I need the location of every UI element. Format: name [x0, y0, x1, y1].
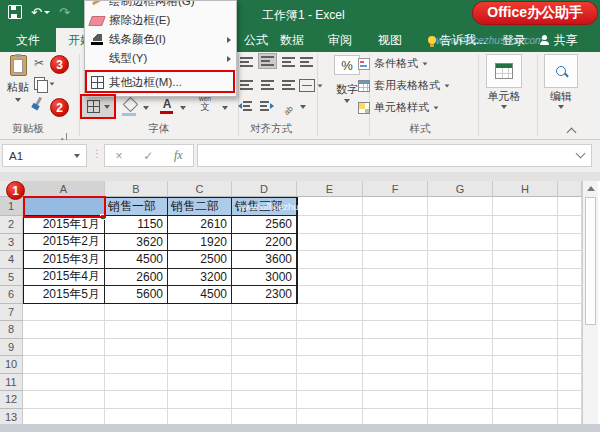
align-left-icon[interactable] [240, 80, 253, 90]
cell-B5[interactable]: 2600 [105, 269, 168, 287]
cell[interactable] [493, 269, 558, 287]
row-header-11[interactable]: 11 [0, 374, 23, 392]
cell-D4[interactable]: 3600 [232, 251, 297, 269]
cell[interactable] [558, 339, 582, 357]
cell-B4[interactable]: 4500 [105, 251, 168, 269]
cell[interactable] [493, 216, 558, 234]
cell[interactable] [297, 391, 363, 409]
cell[interactable] [558, 251, 582, 269]
fill-color-dropdown-icon[interactable] [143, 106, 149, 110]
col-header-E[interactable]: E [297, 181, 363, 197]
cell-A6[interactable]: 2015年5月 [23, 286, 105, 304]
scroll-up-icon[interactable] [587, 186, 595, 191]
cell[interactable] [493, 251, 558, 269]
cell-A1-active[interactable] [23, 197, 105, 216]
tab-data[interactable]: 数据 [272, 28, 312, 52]
row-header-5[interactable]: 5 [0, 269, 23, 287]
fill-handle[interactable] [100, 214, 106, 220]
cell[interactable] [297, 286, 363, 304]
cell[interactable] [428, 251, 493, 269]
paste-dropdown-icon[interactable] [15, 98, 21, 102]
borders-dropdown-icon[interactable] [104, 105, 110, 109]
cell-C3[interactable]: 1920 [168, 234, 232, 252]
menu-item-draw-border-grid[interactable]: 绘制边框网格(G) [85, 0, 236, 11]
editing-button[interactable] [544, 54, 578, 88]
cell[interactable] [297, 216, 363, 234]
scrollbar-thumb[interactable] [585, 197, 596, 325]
row-header-7[interactable]: 7 [0, 304, 23, 322]
cell[interactable] [558, 391, 582, 409]
increase-indent-button[interactable] [260, 101, 274, 111]
cell[interactable] [168, 391, 232, 409]
cell-C4[interactable]: 2500 [168, 251, 232, 269]
align-center-icon[interactable] [261, 80, 274, 90]
cell-B3[interactable]: 3620 [105, 234, 168, 252]
cell[interactable] [493, 391, 558, 409]
formula-bar-grip[interactable]: ⋮ [92, 148, 102, 159]
align-middle-icon[interactable] [258, 53, 277, 69]
cell[interactable] [23, 304, 105, 322]
orientation-dropdown-icon[interactable] [300, 105, 306, 109]
cell[interactable] [428, 374, 493, 392]
cell[interactable] [363, 234, 428, 252]
tab-file[interactable]: 文件 [4, 28, 52, 52]
cell[interactable] [428, 216, 493, 234]
cell[interactable] [23, 321, 105, 339]
tell-me-box[interactable]: 告诉我... [420, 28, 494, 52]
name-box[interactable]: A1 [2, 144, 87, 167]
cell[interactable] [297, 234, 363, 252]
copy-dropdown-icon[interactable] [50, 82, 55, 85]
undo-button[interactable]: ↶ [31, 6, 50, 19]
cell[interactable] [363, 321, 428, 339]
cell[interactable] [23, 356, 105, 374]
cell-B2[interactable]: 1150 [105, 216, 168, 234]
cell-C1[interactable]: 销售二部 [168, 197, 232, 216]
formula-input[interactable] [197, 144, 592, 167]
cell[interactable] [428, 304, 493, 322]
cell[interactable] [493, 356, 558, 374]
paste-button[interactable]: 粘贴 [4, 55, 32, 102]
cell[interactable] [363, 197, 428, 216]
cell-D3[interactable]: 2200 [232, 234, 297, 252]
cell[interactable] [493, 197, 558, 216]
cell[interactable] [23, 391, 105, 409]
cell[interactable] [363, 391, 428, 409]
borders-button[interactable] [81, 95, 115, 118]
cell[interactable] [428, 356, 493, 374]
decrease-indent-button[interactable] [238, 101, 252, 111]
font-color-button[interactable]: A [160, 98, 174, 114]
tab-formulas[interactable]: 公式 [236, 28, 276, 52]
align-right-icon[interactable] [282, 80, 295, 90]
cell[interactable] [558, 286, 582, 304]
cell[interactable] [363, 304, 428, 322]
cell[interactable] [105, 321, 168, 339]
cell[interactable] [558, 234, 582, 252]
cell[interactable] [105, 356, 168, 374]
save-icon[interactable] [8, 5, 22, 19]
col-header-partial[interactable] [558, 181, 582, 197]
merge-center-button[interactable] [299, 79, 323, 92]
cell[interactable] [428, 197, 493, 216]
cell[interactable] [428, 391, 493, 409]
merge-dropdown-icon[interactable] [318, 84, 323, 87]
cell-D6[interactable]: 2300 [232, 286, 297, 304]
cell[interactable] [428, 269, 493, 287]
cell[interactable] [363, 251, 428, 269]
cells-dropdown-icon[interactable] [501, 105, 507, 109]
cell[interactable] [363, 374, 428, 392]
font-color-dropdown-icon[interactable] [180, 106, 186, 110]
cell[interactable] [168, 304, 232, 322]
cell[interactable] [428, 234, 493, 252]
sign-in-button[interactable]: 登录 [496, 28, 532, 52]
fill-color-button[interactable] [122, 98, 138, 116]
col-header-C[interactable]: C [168, 181, 232, 197]
row-header-1[interactable]: 1 [0, 197, 23, 216]
cell[interactable] [558, 304, 582, 322]
cell[interactable] [297, 356, 363, 374]
cell[interactable] [428, 339, 493, 357]
cell[interactable] [105, 339, 168, 357]
cell[interactable] [168, 321, 232, 339]
menu-item-line-color[interactable]: 线条颜色(I) [85, 30, 236, 49]
cell-C5[interactable]: 3200 [168, 269, 232, 287]
row-header-6[interactable]: 6 [0, 286, 23, 304]
